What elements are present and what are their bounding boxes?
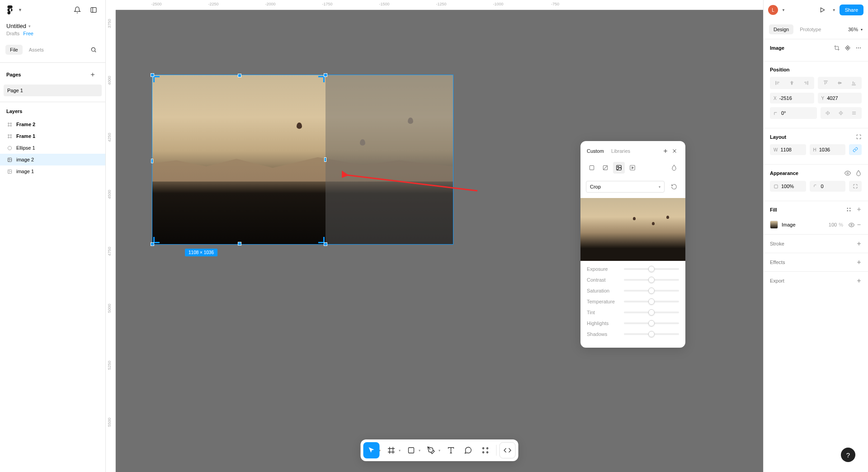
canvas-viewport[interactable]: 1108 × 1036 Custom Libraries Crop▾ [116, 10, 763, 472]
close-icon[interactable] [670, 146, 679, 156]
move-tool-icon[interactable] [363, 442, 380, 458]
resize-handle[interactable] [151, 73, 154, 77]
align-left-icon[interactable] [771, 78, 785, 88]
slider-exposure[interactable]: Exposure [587, 266, 679, 272]
file-name[interactable]: Untitled▾ [6, 23, 99, 29]
crop-icon[interactable] [834, 45, 840, 51]
layer-image-2[interactable]: image 2 [0, 154, 105, 165]
flip-v-icon[interactable] [835, 108, 848, 118]
add-fill-icon[interactable] [856, 207, 862, 212]
resize-handle[interactable] [238, 242, 241, 245]
actions-tool-icon[interactable] [477, 442, 494, 458]
layer-frame-2[interactable]: Frame 2 [0, 118, 105, 130]
tab-assets[interactable]: Assets [24, 45, 48, 55]
individual-corners-icon[interactable] [849, 181, 862, 192]
resize-handle[interactable] [324, 73, 327, 77]
text-tool-icon[interactable] [443, 442, 459, 458]
pen-tool-icon[interactable] [423, 442, 439, 458]
layer-ellipse-1[interactable]: Ellipse 1 [0, 142, 105, 154]
fill-tab-libraries[interactable]: Libraries [611, 148, 630, 154]
fill-type-video-icon[interactable] [627, 162, 638, 174]
svg-rect-0 [91, 8, 96, 13]
slider-highlights[interactable]: Highlights [587, 321, 679, 326]
slider-tint[interactable]: Tint [587, 310, 679, 315]
autolayout-icon[interactable] [856, 134, 862, 140]
page-item[interactable]: Page 1 [4, 85, 102, 96]
zoom-control[interactable]: 36%▾ [848, 27, 863, 32]
panel-toggle-icon[interactable] [87, 4, 100, 16]
export-section[interactable]: Export [764, 271, 868, 290]
svg-point-40 [483, 452, 484, 453]
effects-section[interactable]: Effects [764, 253, 868, 271]
align-top-icon[interactable] [819, 78, 833, 88]
align-bottom-icon[interactable] [847, 78, 861, 88]
corner-radius-field[interactable]: 0 [810, 181, 846, 192]
share-button[interactable]: Share [840, 5, 863, 15]
chevron-down-icon[interactable]: ▼ [782, 8, 785, 12]
position-x-field[interactable]: X-2516 [770, 93, 814, 104]
fill-image-preview[interactable] [580, 198, 685, 261]
styles-icon[interactable] [846, 207, 852, 212]
canvas-area: -2500-2250-2000-1750-1500-1250-1000-750 … [106, 0, 763, 472]
rotate-image-icon[interactable] [668, 181, 680, 193]
resize-handle[interactable] [324, 157, 326, 162]
visibility-icon[interactable] [849, 222, 854, 228]
search-icon[interactable] [87, 43, 100, 56]
slider-saturation[interactable]: Saturation [587, 288, 679, 293]
slider-contrast[interactable]: Contrast [587, 277, 679, 283]
layer-image-1[interactable]: image 1 [0, 165, 105, 177]
comment-tool-icon[interactable] [460, 442, 476, 458]
stroke-section[interactable]: Stroke [764, 234, 868, 253]
fill-mode-select[interactable]: Crop▾ [586, 181, 665, 193]
crop-region[interactable] [152, 75, 326, 244]
right-panel: L ▼ ▼ Share Design Prototype 36%▾ Image … [763, 0, 868, 472]
notifications-icon[interactable] [71, 4, 84, 16]
selected-image[interactable] [152, 75, 453, 245]
resize-handle[interactable] [324, 242, 327, 246]
add-page-icon[interactable] [86, 68, 99, 81]
add-fill-icon[interactable] [661, 146, 670, 156]
present-icon[interactable] [816, 4, 829, 16]
slider-shadows[interactable]: Shadows [587, 331, 679, 337]
fill-swatch[interactable] [770, 221, 778, 229]
shape-tool-icon[interactable] [403, 442, 420, 458]
more-icon[interactable] [855, 45, 862, 51]
flip-h-icon[interactable] [821, 108, 835, 118]
user-avatar[interactable]: L [768, 5, 778, 15]
chevron-down-icon[interactable]: ▼ [832, 8, 836, 12]
resize-handle[interactable] [151, 159, 153, 163]
fill-row[interactable]: Image 100% [764, 219, 868, 234]
constrain-proportions-icon[interactable] [849, 144, 862, 155]
plan-badge[interactable]: Free [23, 31, 33, 36]
dev-mode-icon[interactable] [500, 442, 516, 458]
tab-design[interactable]: Design [769, 24, 793, 34]
help-button[interactable]: ? [841, 448, 855, 462]
position-y-field[interactable]: Y4027 [818, 93, 862, 104]
height-field[interactable]: H1036 [810, 144, 846, 155]
remove-fill-icon[interactable] [856, 222, 862, 227]
align-right-icon[interactable] [799, 78, 813, 88]
more-transform-icon[interactable] [848, 108, 861, 118]
tab-file[interactable]: File [5, 45, 23, 55]
opacity-field[interactable]: 100% [770, 181, 806, 192]
fill-tab-custom[interactable]: Custom [587, 148, 604, 154]
component-icon[interactable] [844, 45, 851, 51]
layer-frame-1[interactable]: Frame 1 [0, 130, 105, 142]
resize-handle[interactable] [238, 74, 241, 77]
fill-type-solid-icon[interactable] [586, 162, 598, 174]
frame-tool-icon[interactable] [383, 442, 400, 458]
fill-type-gradient-icon[interactable] [599, 162, 611, 174]
slider-temperature[interactable]: Temperature [587, 299, 679, 304]
blend-mode-icon[interactable] [855, 170, 862, 176]
visibility-icon[interactable] [844, 170, 851, 176]
align-vcenter-icon[interactable] [833, 78, 847, 88]
resize-handle[interactable] [151, 242, 154, 246]
figma-logo-icon[interactable] [5, 5, 14, 14]
width-field[interactable]: W1108 [770, 144, 806, 155]
tab-prototype[interactable]: Prototype [795, 24, 826, 34]
fill-type-image-icon[interactable] [613, 162, 625, 174]
chevron-down-icon[interactable]: ▼ [18, 8, 22, 12]
blend-mode-icon[interactable] [668, 162, 680, 174]
rotation-field[interactable]: 0° [770, 107, 817, 119]
align-hcenter-icon[interactable] [785, 78, 799, 88]
